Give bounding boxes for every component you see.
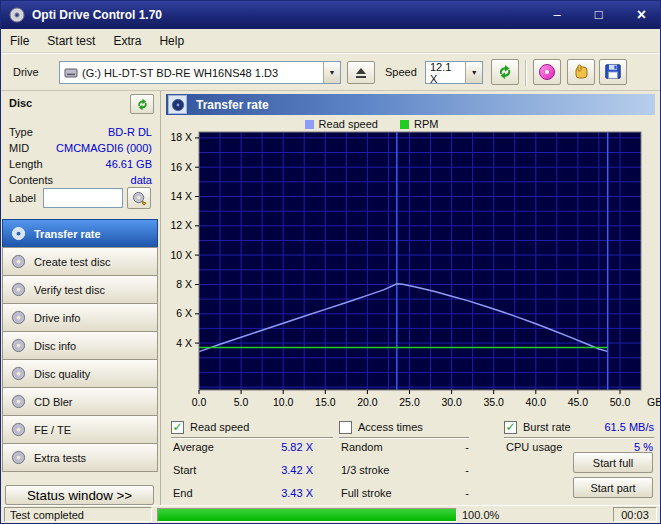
svg-text:25.0: 25.0 bbox=[399, 396, 420, 408]
disc-label-search-button[interactable] bbox=[127, 187, 151, 209]
svg-text:12 X: 12 X bbox=[170, 219, 192, 231]
sidebar-item-label: Extra tests bbox=[34, 452, 86, 464]
disc-row-contents: Contents data bbox=[9, 172, 152, 188]
checkmark-icon: ✓ bbox=[172, 422, 182, 433]
disc-label-label: Label bbox=[9, 192, 36, 204]
sidebar-item-disc-quality[interactable]: Disc quality bbox=[2, 359, 158, 388]
section-header: Transfer rate bbox=[166, 94, 655, 115]
progress-bar bbox=[157, 508, 457, 522]
save-button[interactable] bbox=[599, 59, 627, 85]
svg-text:6 X: 6 X bbox=[176, 307, 192, 319]
svg-text:45.0: 45.0 bbox=[568, 396, 589, 408]
menu-file[interactable]: File bbox=[1, 29, 38, 53]
disc-row-length: Length 46.61 GB bbox=[9, 156, 152, 172]
start-full-button[interactable]: Start full bbox=[573, 452, 653, 473]
maximize-button[interactable]: □ bbox=[595, 1, 603, 29]
disc-search-icon bbox=[132, 191, 147, 206]
speed-select-value: 12.1 X bbox=[430, 61, 461, 84]
drive-select-value: (G:) HL-DT-ST BD-RE WH16NS48 1.D3 bbox=[82, 67, 278, 79]
menu-extra[interactable]: Extra bbox=[104, 29, 150, 53]
grab-disc-button[interactable] bbox=[567, 59, 595, 85]
main-panel: Transfer rate Read speed RPM 4 X6 X8 X10… bbox=[161, 91, 661, 507]
extra-tests-icon bbox=[11, 450, 26, 465]
sidebar-item-transfer-rate[interactable]: Transfer rate bbox=[2, 219, 158, 248]
sidebar-item-label: Create test disc bbox=[34, 256, 110, 268]
disc-quality-icon bbox=[11, 366, 26, 381]
speed-dropdown-arrow-icon[interactable]: ▼ bbox=[465, 62, 482, 83]
end-value: 3.43 X bbox=[281, 487, 313, 499]
svg-text:18 X: 18 X bbox=[170, 131, 192, 143]
app-window: Opti Drive Control 1.70 – □ × File Start… bbox=[0, 0, 661, 524]
drive-dropdown-arrow-icon[interactable]: ▼ bbox=[323, 62, 340, 83]
sidebar-item-label: Disc quality bbox=[34, 368, 90, 380]
status-window-button[interactable]: Status window >> bbox=[5, 485, 154, 505]
start-value: 3.42 X bbox=[281, 464, 313, 476]
disc-contents-label: Contents bbox=[9, 174, 53, 186]
full-stroke-label: Full stroke bbox=[341, 487, 392, 499]
titlebar: Opti Drive Control 1.70 – □ × bbox=[1, 1, 660, 29]
sidebar-item-create-test-disc[interactable]: Create test disc bbox=[2, 247, 158, 276]
eject-icon bbox=[355, 67, 367, 79]
svg-text:10.0: 10.0 bbox=[273, 396, 294, 408]
verify-test-disc-icon bbox=[11, 282, 26, 297]
disc-panel: Disc Type BD-R DL MID CMCMAGDI6 (000) Le… bbox=[1, 91, 161, 507]
rpm-swatch bbox=[400, 120, 409, 129]
fe-te-icon bbox=[11, 422, 26, 437]
speed-select[interactable]: 12.1 X ▼ bbox=[425, 61, 483, 84]
transfer-rate-icon bbox=[11, 226, 26, 241]
sidebar-item-extra-tests[interactable]: Extra tests bbox=[2, 443, 158, 472]
burst-rate-value: 61.5 MB/s bbox=[604, 421, 654, 433]
sidebar-item-label: Transfer rate bbox=[34, 228, 101, 240]
speed-stats: Average5.82 X Start3.42 X End3.43 X bbox=[173, 435, 313, 504]
erase-disc-button[interactable] bbox=[533, 59, 561, 85]
svg-text:10 X: 10 X bbox=[170, 249, 192, 261]
burst-rate-checkbox-label: Burst rate bbox=[523, 421, 571, 433]
disc-label-input[interactable] bbox=[43, 188, 123, 208]
disc-panel-title: Disc bbox=[9, 97, 32, 109]
sidebar-item-drive-info[interactable]: Drive info bbox=[2, 303, 158, 332]
window-title: Opti Drive Control 1.70 bbox=[32, 8, 162, 22]
create-test-disc-icon bbox=[11, 254, 26, 269]
access-stats: Random- 1/3 stroke- Full stroke- bbox=[341, 435, 469, 504]
disc-row-mid: MID CMCMAGDI6 (000) bbox=[9, 140, 152, 156]
burst-rate-checkbox[interactable]: ✓ bbox=[504, 421, 517, 434]
refresh-speed-button[interactable] bbox=[491, 59, 519, 85]
status-message-text: Test completed bbox=[10, 509, 84, 521]
disc-type-value: BD-R DL bbox=[108, 126, 152, 138]
disc-contents-value[interactable]: data bbox=[131, 174, 152, 186]
minimize-button[interactable]: – bbox=[554, 1, 561, 29]
disc-mid-value: CMCMAGDI6 (000) bbox=[56, 142, 152, 154]
access-times-checkbox[interactable] bbox=[339, 421, 352, 434]
drive-select[interactable]: (G:) HL-DT-ST BD-RE WH16NS48 1.D3 ▼ bbox=[59, 61, 341, 84]
eject-button[interactable] bbox=[347, 61, 375, 84]
speed-label: Speed bbox=[385, 66, 417, 78]
svg-text:GB: GB bbox=[647, 396, 661, 408]
average-value: 5.82 X bbox=[281, 441, 313, 453]
transfer-rate-chart: 4 X6 X8 X10 X12 X14 X16 X18 X0.05.010.01… bbox=[163, 129, 661, 415]
status-message: Test completed bbox=[4, 507, 152, 522]
progress-bar-fill bbox=[158, 509, 456, 521]
read-speed-checkbox-label: Read speed bbox=[190, 421, 249, 433]
sidebar-item-disc-info[interactable]: Disc info bbox=[2, 331, 158, 360]
refresh-disc-button[interactable] bbox=[130, 94, 154, 114]
sidebar-item-fe-te[interactable]: FE / TE bbox=[2, 415, 158, 444]
sidebar-item-verify-test-disc[interactable]: Verify test disc bbox=[2, 275, 158, 304]
sidebar-item-cd-bler[interactable]: CD Bler bbox=[2, 387, 158, 416]
sidebar-item-label: Disc info bbox=[34, 340, 76, 352]
svg-text:8 X: 8 X bbox=[176, 278, 192, 290]
read-speed-swatch bbox=[305, 120, 314, 129]
menu-help[interactable]: Help bbox=[150, 29, 193, 53]
start-part-button[interactable]: Start part bbox=[573, 477, 653, 498]
random-value: - bbox=[465, 441, 469, 453]
read-speed-checkbox[interactable]: ✓ bbox=[171, 421, 184, 434]
svg-text:15.0: 15.0 bbox=[315, 396, 336, 408]
svg-text:30.0: 30.0 bbox=[441, 396, 462, 408]
close-button[interactable]: × bbox=[637, 1, 646, 29]
toolbar: Drive (G:) HL-DT-ST BD-RE WH16NS48 1.D3 … bbox=[1, 53, 660, 91]
menu-start-test[interactable]: Start test bbox=[38, 29, 104, 53]
app-icon bbox=[9, 7, 25, 23]
hand-icon bbox=[572, 63, 590, 81]
access-times-checkbox-label: Access times bbox=[358, 421, 423, 433]
checkmark-icon: ✓ bbox=[505, 422, 515, 433]
disc-info-icon bbox=[11, 338, 26, 353]
